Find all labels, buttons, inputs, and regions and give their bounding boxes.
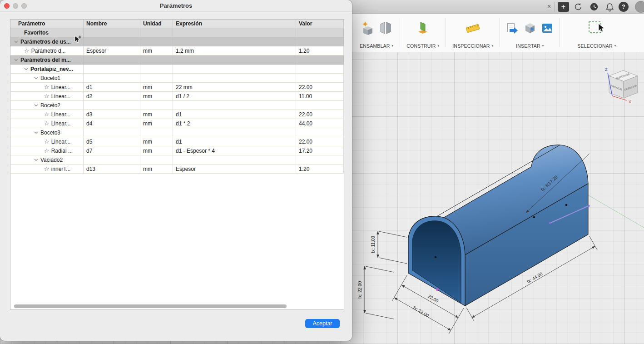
param-valor-cell[interactable]: 17.20 (296, 146, 344, 155)
favorite-star-icon[interactable]: ☆ (44, 139, 50, 145)
param-row-d7[interactable]: ☆Radial ...d7mmd1 - Espesor * 417.20 (10, 146, 344, 155)
param-unidad-cell[interactable]: mm (140, 110, 173, 119)
favorite-star-icon[interactable]: ☆ (44, 84, 50, 90)
param-valor-cell[interactable]: 44.00 (296, 119, 344, 128)
param-unidad-cell[interactable]: mm (140, 146, 173, 155)
vertex-dot[interactable] (435, 256, 437, 259)
param-name-cell[interactable]: Boceto3 (10, 128, 84, 137)
seleccionar-menu[interactable]: SELECCIONAR ▾ (577, 43, 616, 49)
param-name-cell[interactable]: ☆Linear... (10, 119, 84, 128)
param-name-cell[interactable]: Boceto1 (10, 74, 84, 82)
accept-button[interactable]: Aceptar (305, 319, 340, 328)
favorite-star-icon[interactable]: ☆ (44, 166, 50, 172)
param-name-cell[interactable]: ☆Linear... (10, 110, 84, 119)
param-name-cell[interactable]: Boceto2 (10, 101, 84, 110)
param-valor-cell[interactable]: 22.00 (296, 83, 344, 91)
param-nombre-cell[interactable]: d13 (84, 165, 140, 173)
param-name-cell[interactable]: Vaciado2 (10, 155, 84, 164)
canvas-image-icon[interactable] (541, 22, 553, 36)
param-expresion-cell[interactable]: d1 * 2 (173, 119, 296, 128)
param-valor-cell[interactable]: 1.20 (296, 165, 344, 173)
param-expresion-cell[interactable]: Espesor (173, 165, 296, 173)
param-expresion-cell[interactable]: d1 / 2 (173, 92, 296, 100)
param-nombre-cell[interactable]: d5 (84, 137, 140, 146)
chevron-down-icon[interactable] (14, 40, 19, 43)
param-row-d4[interactable]: ☆Linear...d4mmd1 * 244.00 (10, 119, 344, 128)
param-name-cell[interactable]: ☆Linear... (10, 83, 84, 91)
param-valor-cell[interactable]: 1.20 (296, 46, 344, 55)
dialog-titlebar[interactable]: Parámetros (0, 0, 352, 12)
insertar-menu[interactable]: INSERTAR ▾ (516, 43, 544, 49)
avatar[interactable] (635, 1, 644, 13)
close-window-button[interactable] (4, 3, 10, 9)
param-name-cell[interactable]: Parámetros del m... (10, 55, 84, 64)
column-header-valor[interactable]: Valor (296, 20, 344, 28)
column-header-expresion[interactable]: Expresión (173, 20, 296, 28)
chevron-down-icon[interactable] (34, 104, 39, 107)
chevron-down-icon[interactable] (24, 68, 29, 70)
favorite-star-icon[interactable]: ☆ (44, 120, 50, 126)
param-expresion-cell[interactable]: d1 (173, 137, 296, 146)
construir-menu[interactable]: CONSTRUIR ▾ (406, 43, 439, 49)
favorite-star-icon[interactable]: ☆ (24, 48, 30, 54)
param-name-cell[interactable]: Favoritos (10, 28, 84, 37)
param-row-portalapiz-nev[interactable]: Portalapiz_nev... (10, 65, 344, 74)
tab-close-icon[interactable]: × (545, 2, 553, 10)
column-header-unidad[interactable]: Unidad (140, 20, 173, 28)
param-valor-cell[interactable]: 22.00 (296, 110, 344, 119)
param-unidad-cell[interactable]: mm (140, 92, 173, 100)
param-row-boceto3[interactable]: Boceto3 (10, 128, 344, 137)
favorite-star-icon[interactable]: ☆ (44, 93, 50, 99)
param-nombre-cell[interactable]: Espesor (84, 46, 140, 55)
joint-icon[interactable] (380, 21, 391, 37)
param-name-cell[interactable]: ☆Parámetro d... (10, 46, 84, 55)
param-name-cell[interactable]: ☆Radial ... (10, 146, 84, 155)
chevron-down-icon[interactable] (14, 59, 19, 61)
param-row-favoritos[interactable]: Favoritos (10, 28, 344, 37)
param-expresion-cell[interactable]: d1 - Espesor * 4 (173, 146, 296, 155)
insert-derive-icon[interactable] (506, 22, 519, 36)
param-unidad-cell[interactable]: mm (140, 83, 173, 91)
new-tab-button[interactable]: + (558, 2, 569, 12)
param-valor-cell[interactable]: 22.00 (296, 137, 344, 146)
param-nombre-cell[interactable]: d2 (84, 92, 140, 100)
param-row-d2[interactable]: ☆Linear...d2mmd1 / 211.00 (10, 92, 344, 101)
chevron-down-icon[interactable] (34, 159, 39, 161)
help-icon[interactable]: ? (619, 2, 629, 12)
select-marquee-icon[interactable] (588, 21, 605, 37)
viewcube[interactable]: SUPERIOR FRONTAL DERECHA (609, 70, 638, 98)
dim-front-width-fx[interactable]: fx: 22.00 (412, 305, 430, 319)
param-row-vaciado2[interactable]: Vaciado2 (10, 155, 344, 165)
notifications-bell-icon[interactable] (604, 2, 614, 12)
new-component-icon[interactable] (362, 20, 374, 38)
param-row-d1[interactable]: ☆Linear...d1mm22 mm22.00 (10, 83, 344, 92)
column-header-nombre[interactable]: Nombre (84, 20, 140, 28)
param-unidad-cell[interactable]: mm (140, 46, 173, 55)
param-expresion-cell[interactable]: d1 (173, 110, 296, 119)
zoom-window-button[interactable] (21, 3, 27, 9)
model-body[interactable] (408, 145, 588, 306)
param-name-cell[interactable]: ☆Linear... (10, 92, 84, 100)
dim-front-width[interactable]: 22.00 (427, 294, 440, 304)
param-row-d13[interactable]: ☆innerT...d13mmEspesor1.20 (10, 165, 344, 174)
sync-status-icon[interactable] (573, 2, 583, 12)
chevron-down-icon[interactable] (34, 131, 39, 134)
inspeccionar-menu[interactable]: INSPECCIONAR ▾ (452, 43, 493, 49)
param-name-cell[interactable]: ☆innerT... (10, 165, 84, 173)
job-status-clock-icon[interactable] (589, 2, 599, 12)
param-valor-cell[interactable]: 11.00 (296, 92, 344, 100)
dim-arch-height[interactable]: fx: 11.00 (371, 236, 376, 253)
param-unidad-cell[interactable]: mm (140, 119, 173, 128)
param-nombre-cell[interactable]: d7 (84, 146, 140, 155)
param-expresion-cell[interactable]: 22 mm (173, 83, 296, 91)
horizontal-scrollbar[interactable] (14, 304, 287, 308)
param-nombre-cell[interactable]: d3 (84, 110, 140, 119)
vertex-dot[interactable] (565, 204, 568, 206)
minimize-window-button[interactable] (13, 3, 18, 9)
vertex-dot[interactable] (533, 216, 535, 219)
param-name-cell[interactable]: ☆Linear... (10, 137, 84, 146)
param-row-par-metros-del-m[interactable]: Parámetros del m... (10, 55, 344, 65)
ensamblar-menu[interactable]: ENSAMBLAR ▾ (360, 43, 393, 49)
param-row-boceto2[interactable]: Boceto2 (10, 101, 344, 110)
param-row-espesor[interactable]: ☆Parámetro d...Espesormm1.2 mm1.20 (10, 46, 344, 55)
